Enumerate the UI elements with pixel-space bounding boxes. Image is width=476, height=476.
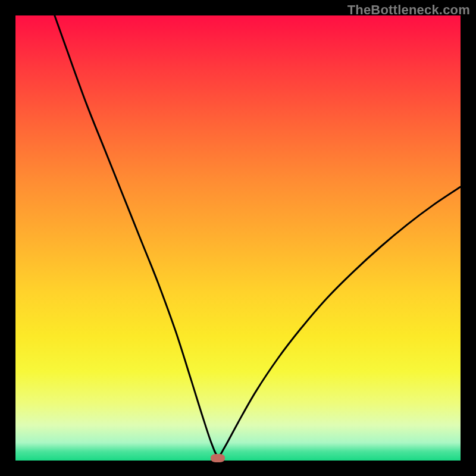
plot-area [15, 15, 461, 461]
bottleneck-curve [15, 15, 461, 461]
min-marker [211, 454, 225, 462]
chart-frame: TheBottleneck.com [0, 0, 476, 476]
